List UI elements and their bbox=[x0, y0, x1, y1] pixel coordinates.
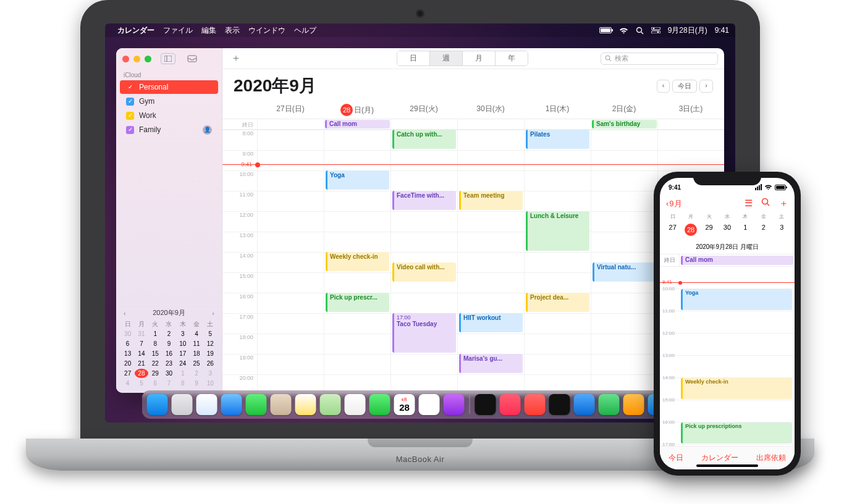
traffic-light-minimize[interactable] bbox=[133, 56, 140, 62]
iphone-event[interactable]: Weekly check-in bbox=[681, 378, 792, 399]
mini-cal-day[interactable]: 13 bbox=[121, 349, 134, 358]
day-column[interactable] bbox=[257, 130, 324, 393]
mini-cal-prev[interactable]: ‹ bbox=[121, 309, 129, 317]
dock-app-tv[interactable] bbox=[475, 394, 496, 415]
mini-cal-day[interactable]: 5 bbox=[135, 379, 148, 388]
allday-event[interactable]: Call mom bbox=[325, 120, 390, 128]
menubar-file[interactable]: ファイル bbox=[163, 25, 193, 36]
iphone-event[interactable]: Yoga bbox=[681, 289, 792, 310]
iphone-day[interactable]: 29 bbox=[700, 222, 718, 238]
dock-app-keynote[interactable] bbox=[574, 394, 595, 415]
mini-cal-day[interactable]: 17 bbox=[176, 349, 189, 358]
day-header[interactable]: 2日(金) bbox=[591, 104, 657, 116]
mini-cal-day[interactable]: 9 bbox=[190, 379, 203, 388]
view-segment[interactable]: 月 bbox=[463, 51, 496, 65]
calendar-event[interactable]: Team meeting bbox=[459, 191, 523, 210]
dock-app-photos[interactable] bbox=[345, 394, 366, 415]
menubar-date[interactable]: 9月28日(月) bbox=[668, 25, 707, 36]
calendar-event[interactable]: Virtual natu... bbox=[593, 262, 656, 282]
add-event-button[interactable]: ＋ bbox=[229, 52, 243, 65]
mini-cal-day[interactable]: 12 bbox=[204, 339, 217, 348]
battery-icon[interactable] bbox=[599, 27, 612, 33]
calendar-event[interactable]: Project dea... bbox=[526, 293, 589, 312]
mini-cal-day[interactable]: 9 bbox=[162, 339, 175, 348]
menubar-app-name[interactable]: カレンダー bbox=[117, 25, 154, 36]
iphone-day[interactable]: 1 bbox=[736, 222, 754, 238]
mini-cal-day[interactable]: 16 bbox=[162, 349, 175, 358]
mini-cal-day[interactable]: 1 bbox=[149, 329, 162, 338]
iphone-day[interactable]: 2 bbox=[754, 222, 772, 238]
mini-cal-day[interactable]: 4 bbox=[190, 329, 203, 338]
mini-cal-day[interactable]: 29 bbox=[149, 369, 162, 378]
day-column[interactable]: Virtual natu... bbox=[591, 130, 657, 393]
mini-cal-day[interactable]: 19 bbox=[204, 349, 217, 358]
mini-cal-day[interactable]: 26 bbox=[204, 359, 217, 368]
dock-app-facetime[interactable] bbox=[369, 394, 390, 415]
menubar-help[interactable]: ヘルプ bbox=[294, 25, 316, 36]
mini-cal-day[interactable]: 30 bbox=[121, 329, 134, 338]
view-segment[interactable]: 年 bbox=[496, 51, 528, 65]
dock-app-safari[interactable] bbox=[196, 394, 217, 415]
mini-cal-day[interactable]: 1 bbox=[176, 369, 189, 378]
day-column[interactable]: Team meetingHIIT workoutMarisa's gu... bbox=[457, 130, 524, 393]
dock-app-stocks[interactable] bbox=[549, 394, 570, 415]
allday-event[interactable]: Sam's birthday bbox=[592, 120, 657, 128]
search-field[interactable]: 検索 bbox=[601, 52, 718, 65]
dock-app-contacts[interactable] bbox=[271, 394, 292, 415]
control-center-icon[interactable] bbox=[651, 27, 660, 33]
mini-cal-day[interactable]: 4 bbox=[121, 379, 134, 388]
mini-cal-day[interactable]: 15 bbox=[149, 349, 162, 358]
dock-app-launchpad[interactable] bbox=[172, 394, 193, 415]
mini-cal-day[interactable]: 23 bbox=[162, 359, 175, 368]
calendar-event[interactable]: Video call with... bbox=[392, 262, 456, 282]
dock-app-pages[interactable] bbox=[623, 394, 644, 415]
mini-cal-day[interactable]: 2 bbox=[190, 369, 203, 378]
spotlight-icon[interactable] bbox=[636, 27, 644, 35]
iphone-event[interactable]: Pick up prescriptions bbox=[681, 422, 792, 443]
today-button[interactable]: 今日 bbox=[672, 80, 697, 93]
iphone-day-grid[interactable]: 9:4110:0011:0012:0013:0014:0015:0016:001… bbox=[660, 267, 795, 467]
day-column[interactable]: YogaWeekly check-inPick up prescr... bbox=[324, 130, 390, 393]
iphone-day[interactable]: 27 bbox=[664, 222, 681, 238]
mini-cal-day[interactable]: 5 bbox=[204, 329, 217, 338]
back-button[interactable]: ‹9月 bbox=[666, 198, 682, 209]
home-indicator[interactable] bbox=[696, 464, 758, 467]
search-icon[interactable] bbox=[761, 198, 770, 207]
mini-cal-day[interactable]: 2 bbox=[162, 329, 175, 338]
mini-cal-day[interactable]: 11 bbox=[190, 339, 203, 348]
calendar-event[interactable]: Weekly check-in bbox=[326, 252, 389, 271]
mini-cal-day[interactable]: 6 bbox=[149, 379, 162, 388]
dock-app-numbers[interactable] bbox=[599, 394, 620, 415]
prev-week-button[interactable]: ‹ bbox=[657, 80, 670, 93]
calendar-event[interactable]: Marisa's gu... bbox=[459, 354, 523, 373]
iphone-today-button[interactable]: 今日 bbox=[669, 453, 683, 463]
mini-cal-day[interactable]: 6 bbox=[121, 339, 134, 348]
dock-app-maps[interactable] bbox=[320, 394, 341, 415]
wifi-icon[interactable] bbox=[619, 27, 628, 34]
mini-cal-day[interactable]: 10 bbox=[204, 379, 217, 388]
day-header[interactable]: 29日(火) bbox=[390, 104, 457, 116]
list-view-icon[interactable]: ☰ bbox=[745, 198, 753, 209]
sidebar-calendar-item[interactable]: ✓Work bbox=[120, 109, 218, 122]
mini-cal-day[interactable]: 24 bbox=[176, 359, 189, 368]
view-segment[interactable]: 週 bbox=[430, 51, 463, 65]
next-week-button[interactable]: › bbox=[699, 80, 713, 93]
menubar-window[interactable]: ウインドウ bbox=[248, 25, 285, 36]
mini-cal-day[interactable]: 10 bbox=[176, 339, 189, 348]
mini-cal-day[interactable]: 8 bbox=[149, 339, 162, 348]
menubar-time[interactable]: 9:41 bbox=[715, 26, 729, 35]
menubar-edit[interactable]: 編集 bbox=[201, 25, 216, 36]
day-header[interactable]: 28日(月) bbox=[324, 104, 390, 116]
dock-app-messages[interactable] bbox=[246, 394, 267, 415]
mini-cal-day[interactable]: 27 bbox=[121, 369, 134, 378]
dock-app-music[interactable] bbox=[500, 394, 521, 415]
mini-cal-day[interactable]: 14 bbox=[135, 349, 148, 358]
sidebar-calendar-item[interactable]: ✓Gym bbox=[120, 94, 218, 108]
dock-app-mail[interactable] bbox=[221, 394, 242, 415]
dock-app-finder[interactable] bbox=[147, 394, 168, 415]
mini-cal-day[interactable]: 28 bbox=[135, 369, 148, 378]
mini-cal-day[interactable]: 7 bbox=[162, 379, 175, 388]
mini-cal-next[interactable]: › bbox=[209, 309, 217, 317]
calendar-event[interactable]: 17:00Taco Tuesday bbox=[392, 313, 456, 353]
mini-cal-day[interactable]: 8 bbox=[176, 379, 189, 388]
